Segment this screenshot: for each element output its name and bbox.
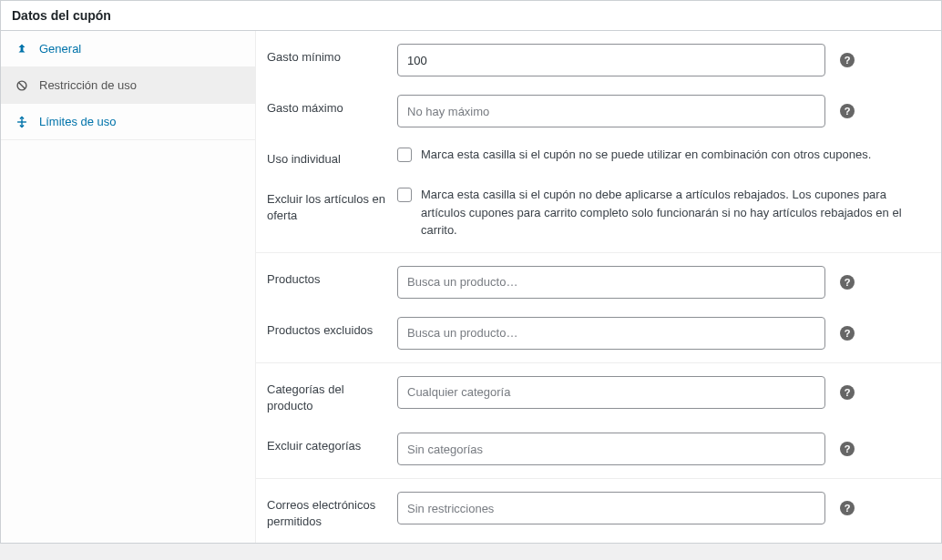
row-max-spend: Gasto máximo ?	[256, 86, 941, 137]
no-entry-icon	[14, 79, 30, 92]
exclude-sale-checkbox[interactable]	[397, 188, 412, 202]
row-excluded-categories: Excluir categorías Sin categorías ?	[256, 423, 941, 474]
emails-input[interactable]	[397, 492, 825, 524]
label-max-spend: Gasto máximo	[256, 95, 397, 117]
label-products: Productos	[256, 266, 397, 288]
help-icon[interactable]: ?	[840, 104, 855, 118]
row-excluded-products: Productos excluidos Busca un producto… ?	[256, 308, 941, 359]
sidebar-item-label: Límites de uso	[39, 115, 117, 128]
row-exclude-sale: Excluir los artículos en oferta Marca es…	[256, 177, 941, 249]
sidebar-item-general[interactable]: General	[1, 31, 255, 67]
move-icon	[14, 116, 30, 128]
spend-section: Gasto mínimo ? Gasto máximo ? Uso indivi…	[256, 31, 941, 253]
max-spend-input[interactable]	[397, 95, 825, 127]
sidebar: General Restricción de uso Límites de us…	[1, 31, 256, 543]
label-emails: Correos electrónicos permitidos	[256, 492, 397, 530]
sidebar-item-usage-restriction[interactable]: Restricción de uso	[1, 67, 255, 104]
categories-section: Categorías del producto Cualquier catego…	[256, 363, 941, 479]
help-icon[interactable]: ?	[840, 442, 855, 456]
row-min-spend: Gasto mínimo ?	[256, 35, 941, 86]
help-icon[interactable]: ?	[840, 53, 855, 67]
pin-icon	[14, 43, 30, 56]
row-products: Productos Busca un producto… ?	[256, 257, 941, 308]
help-icon[interactable]: ?	[840, 275, 855, 290]
panel-body: General Restricción de uso Límites de us…	[1, 31, 941, 543]
help-icon[interactable]: ?	[840, 501, 855, 515]
sidebar-item-label: Restricción de uso	[39, 78, 137, 92]
coupon-data-panel: Datos del cupón General Restricción de u…	[0, 0, 942, 544]
panel-title: Datos del cupón	[1, 1, 941, 31]
products-section: Productos Busca un producto… ? Productos…	[256, 253, 941, 363]
sidebar-item-usage-limits[interactable]: Límites de uso	[1, 104, 255, 140]
svg-line-1	[19, 82, 26, 88]
exclude-sale-desc: Marca esta casilla si el cupón no debe a…	[421, 186, 934, 239]
sidebar-item-label: General	[39, 42, 81, 56]
help-icon[interactable]: ?	[840, 326, 855, 341]
min-spend-input[interactable]	[397, 44, 825, 76]
emails-section: Correos electrónicos permitidos ?	[256, 479, 941, 543]
products-select[interactable]: Busca un producto…	[397, 266, 825, 299]
label-excluded-products: Productos excluidos	[256, 317, 397, 339]
categories-select[interactable]: Cualquier categoría	[397, 376, 825, 409]
row-emails: Correos electrónicos permitidos ?	[256, 483, 941, 539]
label-categories: Categorías del producto	[256, 376, 397, 414]
individual-use-desc: Marca esta casilla si el cupón no se pue…	[421, 146, 934, 164]
excluded-products-select[interactable]: Busca un producto…	[397, 317, 825, 350]
label-excluded-categories: Excluir categorías	[256, 433, 397, 454]
help-icon[interactable]: ?	[840, 385, 855, 400]
row-categories: Categorías del producto Cualquier catego…	[256, 367, 941, 423]
individual-use-checkbox[interactable]	[397, 148, 412, 162]
label-exclude-sale: Excluir los artículos en oferta	[256, 186, 397, 224]
label-min-spend: Gasto mínimo	[256, 44, 397, 66]
row-individual-use: Uso individual Marca esta casilla si el …	[256, 137, 941, 177]
content: Gasto mínimo ? Gasto máximo ? Uso indivi…	[256, 31, 941, 543]
label-individual-use: Uso individual	[256, 146, 397, 168]
excluded-categories-select[interactable]: Sin categorías	[397, 433, 825, 465]
